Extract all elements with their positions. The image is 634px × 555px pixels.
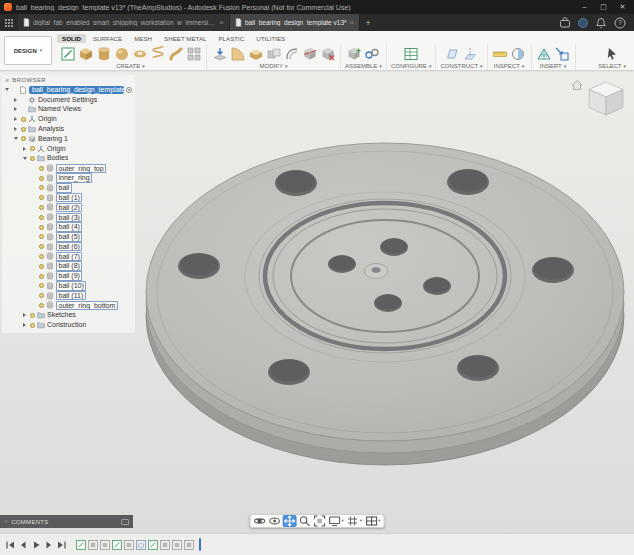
pattern-icon[interactable] <box>185 45 202 62</box>
shell-icon[interactable] <box>247 45 264 62</box>
tree-item-label[interactable]: Construction <box>47 321 86 329</box>
visibility-bulb-icon[interactable] <box>39 254 44 259</box>
document-tab[interactable]: ball_bearing_design_template v13* <box>230 14 360 31</box>
disclosure-arrow-icon[interactable] <box>23 313 28 317</box>
tree-item[interactable]: outer_ring_top <box>2 163 135 173</box>
expand-comments-icon[interactable] <box>4 518 8 525</box>
split-body-icon[interactable] <box>301 45 318 62</box>
disclosure-arrow-icon[interactable] <box>14 127 19 131</box>
disclosure-arrow-icon[interactable] <box>14 107 19 111</box>
tree-item[interactable]: ball (8) <box>2 261 135 271</box>
timeline-step-back-button[interactable] <box>17 539 29 551</box>
tree-item[interactable]: Document Settings <box>2 95 135 105</box>
tree-item-label[interactable]: ball (11) <box>56 291 86 301</box>
combine-icon[interactable] <box>265 45 282 62</box>
pipe-icon[interactable] <box>167 45 184 62</box>
tree-item[interactable]: Sketches <box>2 310 135 320</box>
ribbon-tab-mesh[interactable]: MESH <box>129 34 157 43</box>
avatar[interactable] <box>578 18 588 28</box>
tree-item[interactable]: ball (5) <box>2 232 135 242</box>
tree-item-label[interactable]: ball <box>56 183 72 193</box>
disclosure-arrow-icon[interactable] <box>23 157 28 160</box>
visibility-bulb-icon[interactable] <box>39 234 44 239</box>
timeline-feature-feature[interactable] <box>160 540 170 550</box>
torus-primitive-icon[interactable] <box>131 45 148 62</box>
center-boss[interactable] <box>364 264 388 279</box>
ribbon-tab-solid[interactable]: SOLID <box>57 34 86 43</box>
ribbon-group-label[interactable]: SELECT <box>598 63 626 70</box>
visibility-bulb-icon[interactable] <box>39 195 44 200</box>
workspace-selector[interactable]: DESIGN <box>4 36 52 65</box>
timeline-feature-feature[interactable] <box>88 540 98 550</box>
timeline-go-to-end-button[interactable] <box>56 539 68 551</box>
visibility-bulb-icon[interactable] <box>21 127 26 132</box>
coil-icon[interactable] <box>149 45 166 62</box>
cylinder-primitive-icon[interactable] <box>95 45 112 62</box>
timeline-sketch-feature[interactable] <box>76 540 86 550</box>
job-status-icon[interactable] <box>559 17 571 29</box>
visibility-bulb-icon[interactable] <box>39 166 44 171</box>
ribbon-group-label[interactable]: ASSEMBLE <box>345 63 382 70</box>
timeline-feature-feature[interactable] <box>100 540 110 550</box>
display-settings-button[interactable] <box>328 515 345 527</box>
ribbon-group-label[interactable]: CONFIGURE <box>391 63 432 70</box>
comments-expand-icon[interactable] <box>121 519 129 525</box>
tree-item[interactable]: inner_ring <box>2 173 135 183</box>
create-sketch-icon[interactable] <box>59 45 76 62</box>
3d-viewport[interactable]: BROWSER ball_bearing_design_templateDocu… <box>0 72 634 533</box>
insert-mesh-icon[interactable] <box>536 45 553 62</box>
tree-item-label[interactable]: ball (9) <box>56 271 82 281</box>
visibility-bulb-icon[interactable] <box>39 215 44 220</box>
viewcube[interactable] <box>570 77 628 125</box>
tree-item-label[interactable]: ball (1) <box>56 193 82 203</box>
tree-item-label[interactable]: outer_ring_bottom <box>56 301 118 311</box>
timeline-go-to-start-button[interactable] <box>4 539 16 551</box>
section-analysis-icon[interactable] <box>510 45 527 62</box>
tree-item-label[interactable]: ball (7) <box>56 252 82 262</box>
tree-item[interactable]: ball <box>2 183 135 193</box>
box-primitive-icon[interactable] <box>77 45 94 62</box>
delete-icon[interactable] <box>319 45 336 62</box>
ribbon-tab-plastic[interactable]: PLASTIC <box>213 34 249 43</box>
ribbon-tab-surface[interactable]: SURFACE <box>88 34 127 43</box>
zoom-button[interactable] <box>298 515 312 527</box>
tree-item[interactable]: ball_bearing_design_template <box>2 85 135 95</box>
tree-item[interactable]: Origin <box>2 114 135 124</box>
tree-item-label[interactable]: Origin <box>47 145 66 153</box>
visibility-bulb-icon[interactable] <box>39 185 44 190</box>
fillet-icon[interactable] <box>229 45 246 62</box>
press-pull-icon[interactable] <box>211 45 228 62</box>
timeline-feature-feature[interactable] <box>124 540 134 550</box>
collapse-panel-icon[interactable] <box>5 77 9 84</box>
pan-button[interactable] <box>283 515 297 527</box>
tree-item[interactable]: Bearing 1 <box>2 134 135 144</box>
tree-item[interactable]: ball (7) <box>2 252 135 262</box>
select-tool-icon[interactable] <box>604 45 621 62</box>
tree-item[interactable]: ball (10) <box>2 281 135 291</box>
tree-item-label[interactable]: Analysis <box>38 125 64 133</box>
tree-item-label[interactable]: ball_bearing_design_template <box>29 86 124 95</box>
help-icon[interactable]: ? <box>614 17 626 29</box>
disclosure-arrow-icon[interactable] <box>14 98 19 102</box>
tree-item[interactable]: ball (3) <box>2 212 135 222</box>
timeline-play-button[interactable] <box>30 539 42 551</box>
tree-item[interactable]: ball (9) <box>2 271 135 281</box>
tree-item[interactable]: Bodies <box>2 154 135 164</box>
timeline-position-marker[interactable] <box>199 538 201 551</box>
ribbon-group-label[interactable]: CREATE <box>116 63 144 70</box>
measure-icon[interactable] <box>492 45 509 62</box>
tree-item-label[interactable]: Sketches <box>47 311 76 319</box>
ribbon-group-label[interactable]: CONSTRUCT <box>440 63 482 70</box>
tree-item-label[interactable]: ball (8) <box>56 261 82 271</box>
timeline-body-feature[interactable] <box>136 540 146 550</box>
tree-item[interactable]: ball (6) <box>2 242 135 252</box>
tree-item-label[interactable]: ball (6) <box>56 242 82 252</box>
tree-item[interactable]: ball (1) <box>2 193 135 203</box>
visibility-bulb-icon[interactable] <box>30 146 35 151</box>
ribbon-tab-sheet-metal[interactable]: SHEET METAL <box>159 34 211 43</box>
minimize-button[interactable]: – <box>577 0 592 14</box>
grid-settings-button[interactable] <box>346 515 363 527</box>
fit-button[interactable] <box>313 515 327 527</box>
tree-item-label[interactable]: Bearing 1 <box>38 135 68 143</box>
visibility-bulb-icon[interactable] <box>39 205 44 210</box>
